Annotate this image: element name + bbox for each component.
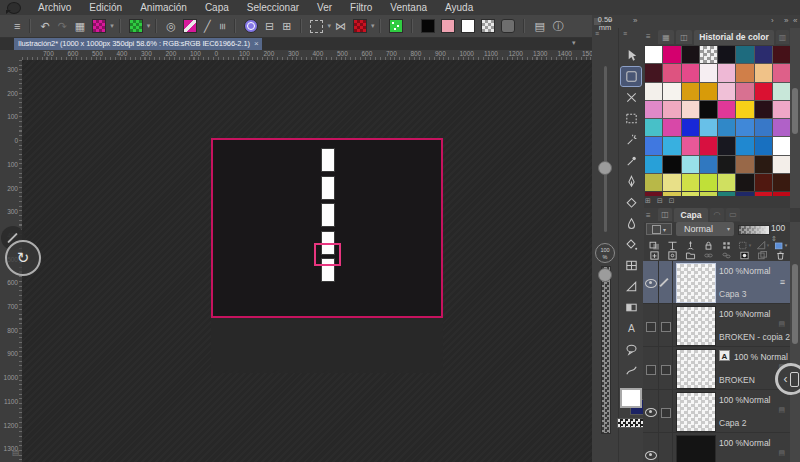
screen-tab-icon[interactable]: ▭ (726, 208, 740, 221)
color-history-swatch-partial[interactable] (755, 192, 772, 196)
color-history-swatch[interactable] (645, 174, 662, 191)
tab-list-chevron-icon[interactable]: ▾ (572, 39, 576, 47)
layers-stack-icon[interactable]: ⊟ (265, 15, 274, 38)
color-history-swatch[interactable] (682, 64, 699, 81)
color-history-swatch-partial[interactable] (718, 192, 735, 196)
color-history-swatch[interactable] (773, 101, 790, 118)
grid-icon[interactable]: ⊞ (282, 15, 291, 38)
layer-row[interactable]: 100 %Normal▤ (643, 433, 790, 462)
panel-expand-all-icon[interactable]: « (793, 16, 797, 25)
color-swatch-gray[interactable] (501, 19, 515, 33)
layer-row-menu-icon[interactable]: ▤ (778, 320, 785, 328)
color-history-swatch[interactable] (736, 174, 753, 191)
color-history-swatch-partial[interactable] (663, 192, 680, 196)
color-history-swatch[interactable] (700, 156, 717, 173)
material-swatch-green[interactable] (389, 19, 403, 33)
color-history-swatch[interactable] (645, 119, 662, 136)
menu-ver[interactable]: Ver (308, 0, 341, 15)
layers-scrollbar-thumb[interactable] (792, 264, 798, 344)
color-history-swatch[interactable] (663, 46, 680, 63)
tool-ruler[interactable] (621, 277, 641, 296)
color-history-swatch[interactable] (755, 83, 772, 100)
color-history-swatch[interactable] (645, 137, 662, 154)
layer-row-menu-icon[interactable]: ≡ (780, 277, 785, 287)
color-history-swatch[interactable] (700, 119, 717, 136)
color-history-swatch-partial[interactable] (700, 192, 717, 196)
palette-small-grid-icon[interactable]: ⊞ (645, 197, 651, 204)
color-history-swatch[interactable] (736, 156, 753, 173)
color-history-swatch[interactable] (736, 119, 753, 136)
color-history-swatch[interactable] (718, 101, 735, 118)
color-history-swatch[interactable] (700, 64, 717, 81)
layer-action-link-icon[interactable] (700, 248, 716, 262)
color-history-swatch[interactable] (700, 46, 717, 63)
color-history-swatch[interactable] (700, 83, 717, 100)
layer-action-copy-icon[interactable] (754, 248, 770, 262)
tool-fill[interactable] (621, 235, 641, 254)
color-history-swatch[interactable] (773, 119, 790, 136)
blend-mode-dropdown[interactable]: Normal▾ (676, 222, 734, 236)
color-history-swatch-partial[interactable] (682, 192, 699, 196)
flip-horizontal-icon[interactable]: ⋈ (335, 15, 346, 38)
color-history-swatch[interactable] (645, 83, 662, 100)
workspace[interactable] (22, 60, 592, 462)
tab-color-history[interactable]: Historial de color (694, 30, 774, 45)
color-history-swatch[interactable] (755, 156, 772, 173)
color-history-swatch[interactable] (700, 174, 717, 191)
menu-ventana[interactable]: Ventana (381, 0, 436, 15)
color-history-swatch[interactable] (645, 156, 662, 173)
palette-large-grid-icon[interactable]: ⊟ (657, 197, 663, 204)
tool-correct-line[interactable] (621, 361, 641, 380)
tool-text[interactable]: A (621, 319, 641, 338)
color-history-swatch-partial[interactable] (736, 192, 753, 196)
layer-action-trash-icon[interactable] (772, 248, 788, 262)
tool-operate[interactable] (621, 46, 641, 65)
tool-gradient[interactable] (621, 298, 641, 317)
color-history-swatch[interactable] (773, 83, 790, 100)
color-history-swatch[interactable] (773, 156, 790, 173)
color-history-swatch[interactable] (700, 137, 717, 154)
tab-capa[interactable]: Capa (674, 208, 708, 222)
pattern-swatch-red[interactable] (353, 19, 367, 33)
layer-name[interactable]: BROKEN - copia 2 (719, 332, 790, 342)
selection-launcher-icon[interactable] (310, 20, 323, 33)
document-tab[interactable]: Ilustración2* (1000 x 1000px 350dpi 58.6… (14, 38, 262, 50)
layers-scrollbar[interactable] (790, 222, 800, 462)
tool-pen[interactable] (621, 172, 641, 191)
color-history-swatch[interactable] (663, 119, 680, 136)
onion-skin-icon[interactable] (244, 19, 258, 33)
panel-arrow-icon[interactable]: › (771, 16, 774, 25)
main-menu-icon[interactable]: ≡ (14, 15, 20, 38)
color-history-swatch[interactable] (663, 101, 680, 118)
pattern-swatch-red-chevron[interactable]: ▾ (371, 22, 375, 30)
clear-icon[interactable]: ▦ (75, 15, 85, 38)
layer-name[interactable]: BROKEN (719, 375, 755, 385)
color-swatch-transparent[interactable] (481, 19, 495, 33)
tool-wand[interactable] (621, 130, 641, 149)
layer-visibility-icon[interactable] (645, 451, 657, 460)
menu-ayuda[interactable]: Ayuda (436, 0, 482, 15)
layer-checkbox[interactable] (661, 408, 671, 418)
color-history-swatch[interactable] (663, 156, 680, 173)
color-history-swatch[interactable] (736, 137, 753, 154)
foreground-color-swatch[interactable] (620, 388, 642, 408)
selection-launcher-icon-chevron[interactable]: ▾ (327, 22, 331, 30)
layer-thumbnail[interactable] (676, 392, 716, 432)
color-history-swatch[interactable] (755, 137, 772, 154)
menu-seleccionar[interactable]: Seleccionar (238, 0, 308, 15)
export-icon[interactable]: ▤ (534, 15, 544, 38)
zoom-area-icon[interactable]: ◎ (166, 15, 176, 38)
color-swatch-white[interactable] (461, 19, 475, 33)
color-history-swatch[interactable] (682, 83, 699, 100)
app-icon[interactable] (6, 2, 21, 14)
tool-balloon[interactable] (621, 340, 641, 359)
color-history-swatch[interactable] (663, 64, 680, 81)
color-history-swatch[interactable] (755, 119, 772, 136)
layer-checkbox[interactable] (661, 365, 671, 375)
color-history-swatch[interactable] (718, 174, 735, 191)
color-history-swatch[interactable] (773, 174, 790, 191)
color-history-swatch[interactable] (736, 101, 753, 118)
panel-collapse-button[interactable]: ‹ (775, 363, 800, 395)
color-history-swatch[interactable] (645, 101, 662, 118)
bottom-left-doc-icon[interactable]: ▤ (12, 448, 20, 457)
